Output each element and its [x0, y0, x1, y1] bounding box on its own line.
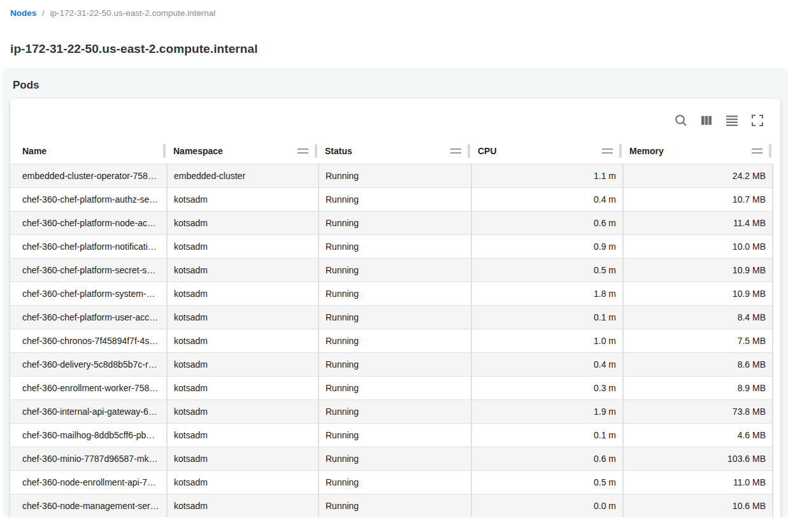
cell-memory: 11.4 MB: [623, 211, 773, 234]
cell-memory: 8.6 MB: [623, 352, 773, 376]
cell-cpu: 0.1 m: [471, 305, 623, 329]
cell-memory: 8.9 MB: [623, 376, 773, 399]
show-hide-columns-button[interactable]: [694, 108, 719, 133]
cell-name: chef-360-node-management-ser…: [10, 494, 167, 517]
cell-memory: 10.7 MB: [623, 187, 773, 211]
cell-namespace: kotsadm: [167, 187, 319, 211]
cell-cpu: 1.0 m: [471, 329, 623, 352]
cell-name: chef-360-chef-platform-notificati…: [10, 234, 167, 258]
cell-status: Running: [319, 234, 471, 258]
table-row[interactable]: chef-360-node-enrollment-api-7…kotsadmRu…: [10, 470, 773, 494]
cell-cpu: 0.0 m: [471, 494, 623, 517]
pods-section-title: Pods: [13, 78, 780, 92]
cell-namespace: kotsadm: [167, 376, 319, 399]
cell-cpu: 0.1 m: [471, 423, 623, 447]
cell-name: chef-360-mailhog-8ddb5cff6-pb…: [10, 423, 167, 447]
breadcrumb-separator: /: [42, 8, 45, 18]
column-header-memory[interactable]: Memory: [623, 138, 773, 164]
cell-memory: 103.6 MB: [623, 447, 773, 470]
breadcrumb-current: ip-172-31-22-50.us-east-2.compute.intern…: [50, 8, 216, 18]
density-icon: [724, 113, 740, 128]
cell-namespace: kotsadm: [167, 305, 319, 329]
cell-name: chef-360-chef-platform-secret-s…: [10, 258, 167, 282]
cell-status: Running: [319, 329, 471, 352]
cell-name: chef-360-chef-platform-user-acc…: [10, 305, 167, 329]
cell-namespace: kotsadm: [167, 423, 319, 447]
table-row[interactable]: chef-360-chef-platform-authz-se…kotsadmR…: [10, 187, 773, 211]
fullscreen-icon: [750, 113, 765, 128]
cell-status: Running: [319, 282, 471, 305]
column-resize-handle[interactable]: [468, 144, 470, 158]
page-title: ip-172-31-22-50.us-east-2.compute.intern…: [0, 42, 802, 56]
breadcrumb-nodes-link[interactable]: Nodes: [10, 8, 36, 18]
cell-memory: 10.0 MB: [623, 234, 773, 258]
toggle-fullscreen-button[interactable]: [745, 108, 770, 133]
column-drag-handle-icon[interactable]: [297, 148, 308, 154]
cell-memory: 11.0 MB: [623, 470, 773, 494]
cell-cpu: 0.4 m: [471, 187, 623, 211]
column-drag-handle-icon[interactable]: [450, 148, 461, 154]
cell-memory: 10.6 MB: [623, 494, 773, 517]
cell-memory: 10.9 MB: [623, 282, 773, 305]
table-row[interactable]: embedded-cluster-operator-758…embedded-c…: [10, 164, 773, 187]
column-drag-handle-icon[interactable]: [752, 148, 763, 154]
cell-name: chef-360-node-enrollment-api-7…: [10, 470, 167, 494]
cell-namespace: kotsadm: [167, 494, 319, 517]
table-row[interactable]: chef-360-chronos-7f45894f7f-4s…kotsadmRu…: [10, 329, 773, 352]
table-row[interactable]: chef-360-delivery-5c8d8b5b7c-r…kotsadmRu…: [10, 352, 773, 376]
cell-name: chef-360-chronos-7f45894f7f-4s…: [10, 329, 167, 352]
cell-status: Running: [319, 211, 471, 234]
table-row[interactable]: chef-360-minio-7787d96587-mk…kotsadmRunn…: [10, 447, 773, 470]
cell-cpu: 1.8 m: [471, 282, 623, 305]
cell-status: Running: [319, 423, 471, 447]
cell-memory: 8.4 MB: [623, 305, 773, 329]
search-button[interactable]: [668, 108, 694, 133]
table-row[interactable]: chef-360-chef-platform-notificati…kotsad…: [10, 234, 773, 258]
cell-namespace: kotsadm: [167, 447, 319, 470]
cell-memory: 10.9 MB: [623, 258, 773, 282]
column-resize-handle[interactable]: [769, 144, 771, 158]
cell-namespace: kotsadm: [167, 329, 319, 352]
table-row[interactable]: chef-360-chef-platform-node-ac…kotsadmRu…: [10, 211, 773, 234]
cell-memory: 7.5 MB: [623, 329, 773, 352]
pods-table-card: NameNamespaceStatusCPUMemory embedded-cl…: [10, 99, 780, 517]
breadcrumb: Nodes / ip-172-31-22-50.us-east-2.comput…: [0, 0, 802, 18]
cell-status: Running: [319, 399, 471, 423]
cell-status: Running: [319, 187, 471, 211]
column-resize-handle[interactable]: [163, 144, 166, 158]
pods-table: NameNamespaceStatusCPUMemory embedded-cl…: [10, 138, 773, 517]
column-header-label: Namespace: [173, 146, 223, 156]
cell-status: Running: [319, 164, 471, 187]
toggle-density-button[interactable]: [719, 108, 745, 133]
column-header-name[interactable]: Name: [10, 138, 167, 164]
table-row[interactable]: chef-360-chef-platform-system-…kotsadmRu…: [10, 282, 773, 305]
cell-cpu: 1.1 m: [471, 164, 623, 187]
table-row[interactable]: chef-360-node-management-ser…kotsadmRunn…: [10, 494, 773, 517]
cell-status: Running: [319, 258, 471, 282]
column-drag-handle-icon[interactable]: [602, 148, 613, 154]
cell-status: Running: [319, 447, 471, 470]
table-row[interactable]: chef-360-enrollment-worker-758…kotsadmRu…: [10, 376, 773, 399]
column-header-label: Memory: [629, 146, 664, 156]
cell-namespace: kotsadm: [167, 258, 319, 282]
cell-name: chef-360-delivery-5c8d8b5b7c-r…: [10, 352, 167, 376]
table-header-row: NameNamespaceStatusCPUMemory: [10, 138, 773, 164]
table-row[interactable]: chef-360-internal-api-gateway-6…kotsadmR…: [10, 399, 773, 423]
column-header-cpu[interactable]: CPU: [471, 138, 623, 164]
table-row[interactable]: chef-360-mailhog-8ddb5cff6-pb…kotsadmRun…: [10, 423, 773, 447]
table-row[interactable]: chef-360-chef-platform-secret-s…kotsadmR…: [10, 258, 773, 282]
cell-cpu: 0.6 m: [471, 211, 623, 234]
view-columns-icon: [699, 113, 714, 128]
table-row[interactable]: chef-360-chef-platform-user-acc…kotsadmR…: [10, 305, 773, 329]
table-toolbar: [10, 99, 780, 138]
cell-name: chef-360-minio-7787d96587-mk…: [10, 447, 167, 470]
column-header-status[interactable]: Status: [319, 138, 471, 164]
column-resize-handle[interactable]: [619, 144, 622, 158]
column-resize-handle[interactable]: [315, 144, 317, 158]
cell-name: chef-360-enrollment-worker-758…: [10, 376, 167, 399]
cell-status: Running: [319, 305, 471, 329]
cell-status: Running: [319, 376, 471, 399]
column-header-label: CPU: [478, 146, 497, 156]
cell-status: Running: [319, 494, 471, 517]
column-header-namespace[interactable]: Namespace: [167, 138, 319, 164]
